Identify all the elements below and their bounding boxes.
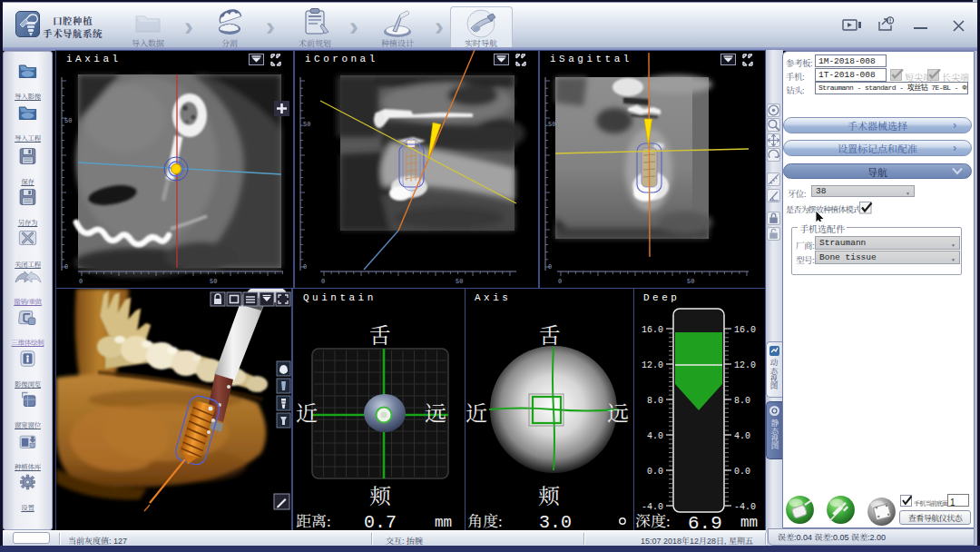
svg-text:16.0: 16.0 <box>642 325 663 335</box>
svg-text:远: 远 <box>607 396 629 428</box>
svg-text:mm: mm <box>740 515 758 530</box>
svg-text:距离:: 距离: <box>296 508 331 530</box>
svg-text:0.7: 0.7 <box>364 512 397 530</box>
svg-text:0: 0 <box>64 263 68 271</box>
svg-text:舌: 舌 <box>539 318 561 350</box>
svg-text:12.0: 12.0 <box>734 360 756 370</box>
svg-text:4.0: 4.0 <box>734 431 750 441</box>
svg-text:0.0: 0.0 <box>647 467 663 477</box>
svg-text:近: 近 <box>466 396 487 428</box>
svg-text:颊: 颊 <box>538 478 560 510</box>
svg-text:6.9: 6.9 <box>688 513 722 530</box>
svg-text:远: 远 <box>425 396 446 428</box>
svg-text:50: 50 <box>456 278 463 285</box>
svg-text:0: 0 <box>79 278 83 285</box>
svg-text:50: 50 <box>548 121 555 128</box>
svg-text:0.0: 0.0 <box>734 467 750 477</box>
svg-text:50: 50 <box>64 117 72 124</box>
svg-text:舌: 舌 <box>369 318 391 350</box>
svg-text:12.0: 12.0 <box>642 360 663 370</box>
svg-text:0: 0 <box>303 263 307 271</box>
svg-text:深度:: 深度: <box>635 508 671 530</box>
svg-text:-4.0: -4.0 <box>734 502 756 512</box>
svg-text:mm: mm <box>435 515 452 530</box>
svg-text:0: 0 <box>558 278 562 285</box>
svg-text:50: 50 <box>303 121 310 128</box>
svg-text:50: 50 <box>687 278 694 285</box>
svg-text:50: 50 <box>210 278 217 285</box>
svg-text:近: 近 <box>296 396 318 428</box>
svg-text:16.0: 16.0 <box>734 325 756 335</box>
svg-text:8.0: 8.0 <box>647 396 663 406</box>
svg-text:0: 0 <box>548 263 552 271</box>
svg-text:角度:: 角度: <box>467 508 503 530</box>
svg-text:0: 0 <box>321 278 325 285</box>
svg-text:4.0: 4.0 <box>647 431 663 441</box>
svg-text:8.0: 8.0 <box>734 396 750 406</box>
svg-text:3.0: 3.0 <box>539 512 572 530</box>
svg-text:颊: 颊 <box>369 478 391 510</box>
